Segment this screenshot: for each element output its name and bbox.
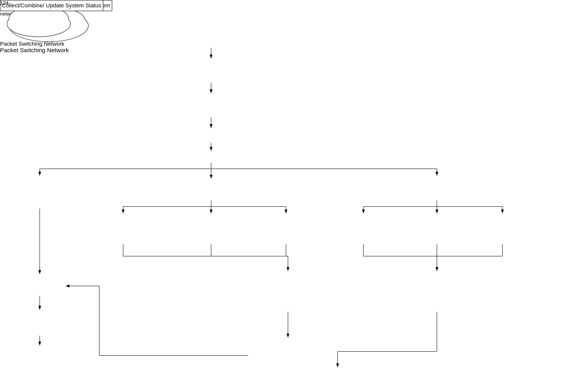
collect-combine-box: Collect/Combine/ Update System Status: [0, 0, 103, 11]
cloud-bottom-label: Packet Switching Network: [0, 40, 64, 47]
arrows-layer: [0, 0, 565, 392]
diagram-container: Packet Switching Network 92 Data arrives…: [0, 0, 565, 392]
ref-124: 124: [0, 0, 9, 6]
